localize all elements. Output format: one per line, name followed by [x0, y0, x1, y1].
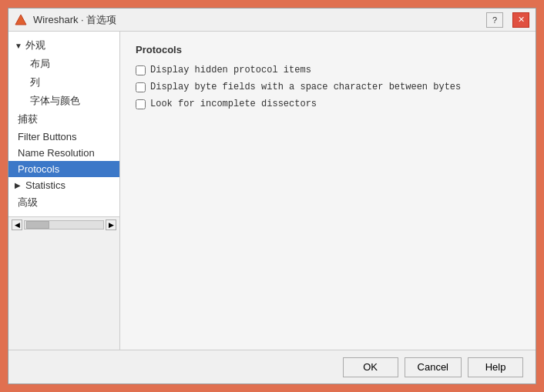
sidebar-wrapper: ▼ 外观 布局 列 字体与颜色 捕获 Filt	[8, 32, 120, 350]
checkbox-label-incomplete-dissectors: Look for incomplete dissectors	[150, 99, 317, 109]
bottom-bar: OK Cancel Help	[8, 350, 536, 384]
scroll-right-arrow[interactable]: ▶	[106, 219, 116, 230]
sidebar-scrollbar: ◀ ▶	[8, 216, 119, 232]
title-bar-left: Wireshark · 首选项	[15, 13, 116, 27]
sidebar-item-layout[interactable]: 布局	[8, 55, 119, 73]
content-area: ▼ 外观 布局 列 字体与颜色 捕获 Filt	[8, 32, 536, 350]
checkbox-row-incomplete-dissectors: Look for incomplete dissectors	[136, 99, 520, 109]
sidebar-item-font-color[interactable]: 字体与颜色	[8, 92, 119, 110]
title-bar: Wireshark · 首选项 ? ✕	[8, 8, 536, 32]
sidebar-item-appearance[interactable]: ▼ 外观	[8, 36, 119, 55]
scroll-thumb	[26, 221, 49, 229]
sidebar-label-filter-buttons: Filter Buttons	[18, 131, 77, 142]
ok-button[interactable]: OK	[343, 357, 398, 377]
sidebar-label-appearance: 外观	[25, 39, 45, 52]
help-icon-button[interactable]: ?	[486, 12, 503, 28]
sidebar-label-columns: 列	[30, 75, 40, 89]
sidebar: ▼ 外观 布局 列 字体与颜色 捕获 Filt	[8, 32, 120, 216]
scroll-left-arrow[interactable]: ◀	[12, 219, 22, 230]
checkbox-hidden-protocol[interactable]	[136, 65, 146, 75]
sidebar-label-advanced: 高级	[18, 196, 38, 209]
checkbox-byte-fields[interactable]	[136, 82, 146, 92]
title-bar-buttons: ? ✕	[486, 12, 529, 28]
sidebar-item-statistics[interactable]: ▶ Statistics	[8, 177, 119, 193]
checkbox-label-byte-fields: Display byte fields with a space charact…	[150, 82, 461, 92]
wireshark-icon	[15, 14, 27, 26]
sidebar-label-font-color: 字体与颜色	[30, 94, 80, 108]
checkbox-row-hidden-protocol: Display hidden protocol items	[136, 65, 520, 75]
sidebar-item-advanced[interactable]: 高级	[8, 193, 119, 212]
scroll-track	[24, 220, 104, 230]
checkbox-incomplete-dissectors[interactable]	[136, 99, 146, 109]
preferences-window: Wireshark · 首选项 ? ✕ ▼ 外观 布局 列	[8, 8, 536, 384]
checkbox-row-byte-fields: Display byte fields with a space charact…	[136, 82, 520, 92]
expand-arrow-appearance: ▼	[15, 42, 22, 50]
sidebar-label-capture: 捕获	[18, 112, 38, 126]
sidebar-item-capture[interactable]: 捕获	[8, 110, 119, 129]
expand-arrow-statistics: ▶	[15, 181, 22, 189]
help-button[interactable]: Help	[468, 357, 523, 377]
sidebar-item-filter-buttons[interactable]: Filter Buttons	[8, 129, 119, 145]
sidebar-label-layout: 布局	[30, 57, 50, 71]
sidebar-label-protocols: Protocols	[18, 163, 59, 175]
checkbox-label-hidden-protocol: Display hidden protocol items	[150, 65, 311, 75]
sidebar-label-statistics: Statistics	[25, 179, 65, 191]
sidebar-item-columns[interactable]: 列	[8, 73, 119, 92]
sidebar-item-protocols[interactable]: Protocols	[8, 161, 119, 177]
main-panel: Protocols Display hidden protocol items …	[120, 32, 536, 350]
sidebar-label-name-resolution: Name Resolution	[18, 147, 95, 159]
close-button[interactable]: ✕	[512, 12, 529, 28]
sidebar-item-name-resolution[interactable]: Name Resolution	[8, 145, 119, 161]
svg-marker-0	[15, 15, 26, 25]
cancel-button[interactable]: Cancel	[405, 357, 462, 377]
window-title: Wireshark · 首选项	[33, 13, 116, 27]
section-title: Protocols	[136, 44, 520, 55]
